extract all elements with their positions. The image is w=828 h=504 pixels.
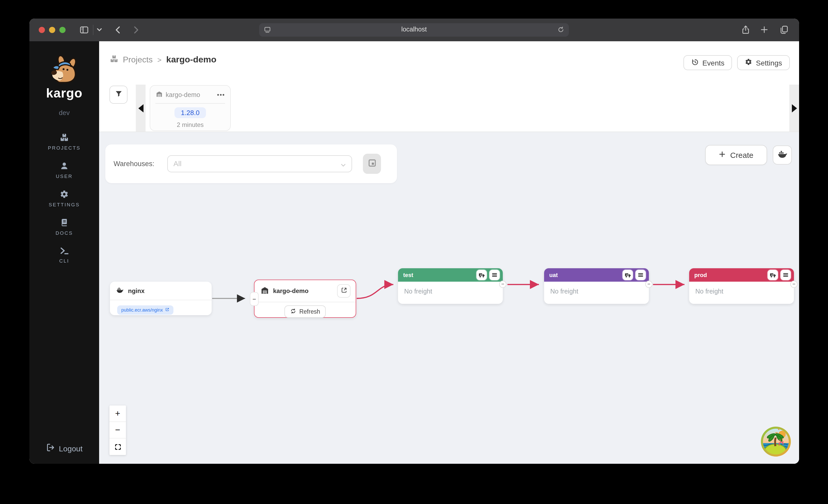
subscription-node-nginx[interactable]: nginx public.ecr.aws/nginx: [110, 282, 212, 315]
pipeline-canvas[interactable]: Warehouses: All: [99, 132, 799, 464]
events-label: Events: [702, 58, 724, 67]
breadcrumb-separator: >: [158, 56, 162, 64]
tab-overview-icon[interactable]: [779, 25, 789, 35]
book-icon: [60, 218, 69, 227]
header-actions: Events Settings: [683, 55, 790, 70]
browser-window: localhost: [30, 18, 799, 464]
canvas-zoom-controls: + −: [110, 406, 126, 455]
stage-name: prod: [694, 272, 765, 278]
history-icon: [691, 58, 699, 67]
edge-warehouse-to-test: [357, 284, 394, 299]
logout-label: Logout: [59, 444, 83, 453]
warehouse-icon: [156, 90, 163, 100]
toolbar-divider: [93, 25, 93, 35]
stage-menu-button[interactable]: [489, 270, 500, 280]
open-warehouse-button[interactable]: [337, 284, 350, 297]
logout-icon: [46, 443, 55, 453]
warehouse-node[interactable]: kargo-demo: [254, 280, 356, 318]
kargo-kangaroo-logo: [45, 56, 83, 88]
stage-freight-status: No freight: [398, 282, 503, 295]
caret-left-icon: [138, 104, 143, 112]
divider: [254, 302, 356, 302]
sidebar-item-settings[interactable]: SETTINGS: [30, 185, 99, 213]
sidebar-item-projects[interactable]: PROJECTS: [30, 128, 99, 156]
fit-view-button[interactable]: [110, 439, 126, 455]
stage-output-handle[interactable]: −: [645, 281, 653, 288]
sidebar-item-label: USER: [56, 173, 73, 179]
boxes-icon: [60, 133, 69, 142]
new-tab-icon[interactable]: [760, 25, 769, 34]
external-link-icon: [340, 287, 347, 295]
chevron-down-icon[interactable]: [96, 28, 102, 32]
forward-icon[interactable]: [131, 25, 141, 35]
url-bar[interactable]: localhost: [259, 23, 569, 37]
browser-titlebar: localhost: [30, 18, 799, 42]
menu-icon: [491, 272, 498, 278]
settings-button[interactable]: Settings: [737, 55, 790, 70]
sidebar-item-label: CLI: [59, 258, 69, 264]
timeline-scroll-right[interactable]: [789, 85, 799, 132]
timeline-scroll-left[interactable]: [136, 85, 146, 132]
stage-node-uat[interactable]: uat No freight: [544, 268, 649, 304]
events-button[interactable]: Events: [683, 55, 732, 70]
sidebar: kargo dev PROJECTS: [30, 41, 99, 464]
stage-header: uat: [544, 268, 649, 282]
caret-right-icon: [792, 104, 797, 112]
freight-card[interactable]: kargo-demo ••• 1.28.0 2 minutes: [150, 85, 231, 131]
breadcrumb-projects-link[interactable]: Projects: [123, 55, 153, 64]
promote-truck-button[interactable]: [623, 270, 633, 280]
menu-icon: [637, 272, 644, 278]
stage-menu-button[interactable]: [635, 270, 646, 280]
stage-output-handle[interactable]: −: [790, 281, 797, 288]
close-window-icon[interactable]: [39, 27, 45, 33]
stage-node-prod[interactable]: prod No freight: [689, 268, 794, 304]
minimize-window-icon[interactable]: [49, 27, 55, 33]
reload-icon[interactable]: [557, 26, 565, 34]
breadcrumb: Projects > kargo-demo: [110, 41, 216, 79]
zoom-window-icon[interactable]: [59, 27, 66, 33]
promote-truck-button[interactable]: [768, 270, 778, 280]
warehouse-node-name: kargo-demo: [273, 287, 308, 294]
stage-menu-button[interactable]: [781, 270, 791, 280]
stage-output-handle[interactable]: −: [499, 281, 506, 288]
kargo-logo-text: kargo: [46, 86, 82, 101]
docker-whale-icon: [116, 286, 124, 295]
share-icon[interactable]: [741, 25, 751, 35]
stage-header: test: [398, 268, 503, 282]
user-icon: [60, 162, 69, 170]
menu-icon: [783, 272, 789, 278]
logout-button[interactable]: Logout: [46, 443, 83, 453]
freight-card-name: kargo-demo: [166, 91, 214, 98]
zoom-in-button[interactable]: +: [110, 406, 126, 422]
freight-version-badge[interactable]: 1.28.0: [175, 107, 206, 118]
truck-icon: [770, 272, 776, 278]
freight-timeline-bar: kargo-demo ••• 1.28.0 2 minutes: [99, 79, 799, 132]
back-icon[interactable]: [113, 25, 123, 35]
truck-icon: [478, 272, 485, 278]
sidebar-toggle-icon[interactable]: [79, 25, 89, 35]
stage-name: uat: [549, 272, 620, 278]
sidebar-item-label: SETTINGS: [49, 202, 80, 208]
island-badge-icon[interactable]: [760, 426, 791, 457]
refresh-label: Refresh: [299, 309, 320, 315]
gear-icon: [60, 190, 69, 198]
filter-button[interactable]: [110, 86, 127, 104]
warehouse-input-handle[interactable]: −: [250, 292, 259, 306]
promote-truck-button[interactable]: [477, 270, 487, 280]
terminal-icon: [59, 246, 69, 255]
sidebar-item-user[interactable]: USER: [30, 156, 99, 185]
main-content: Projects > kargo-demo Events: [99, 41, 799, 464]
fullscreen-icon: [114, 443, 122, 451]
zoom-out-button[interactable]: −: [110, 422, 126, 439]
image-repo-link[interactable]: public.ecr.aws/nginx: [117, 306, 173, 315]
stage-node-test[interactable]: test No freight: [398, 268, 503, 304]
repo-url: public.ecr.aws/nginx: [121, 308, 163, 313]
divider: [155, 103, 225, 104]
subscription-name: nginx: [128, 287, 144, 294]
sidebar-item-docs[interactable]: DOCS: [30, 213, 99, 241]
refresh-button[interactable]: Refresh: [284, 306, 326, 318]
sidebar-item-cli[interactable]: CLI: [30, 241, 99, 269]
gear-icon: [745, 58, 752, 67]
freight-card-menu-icon[interactable]: •••: [217, 91, 225, 98]
freight-age: 2 minutes: [150, 121, 230, 129]
